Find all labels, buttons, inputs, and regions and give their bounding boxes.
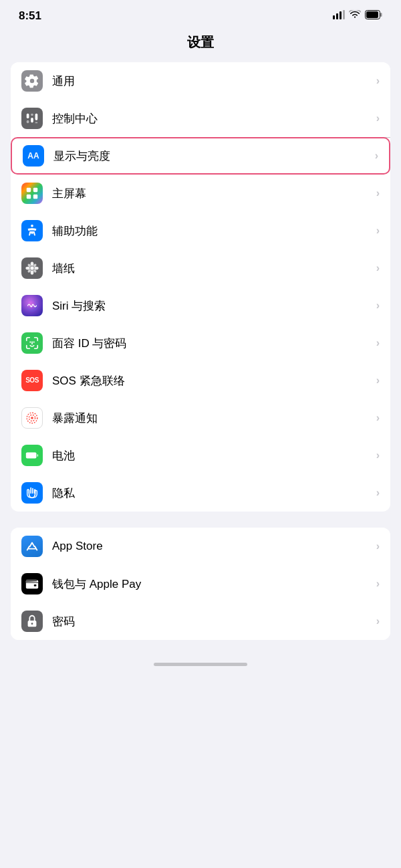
svg-rect-32 — [37, 454, 38, 457]
svg-rect-9 — [31, 114, 33, 116]
sos-label: SOS 紧急联络 — [52, 373, 376, 389]
settings-item-sos[interactable]: SOS SOS 紧急联络 › — [11, 362, 390, 399]
privacy-label: 隐私 — [52, 485, 376, 501]
faceid-label: 面容 ID 与密码 — [52, 336, 376, 351]
gear-icon — [21, 70, 43, 92]
exposure-label: 暴露通知 — [52, 411, 376, 426]
status-icons — [333, 10, 382, 22]
svg-rect-31 — [26, 452, 37, 458]
chevron-icon: › — [376, 300, 380, 312]
svg-rect-0 — [333, 15, 335, 19]
home-screen-label: 主屏幕 — [52, 186, 376, 201]
settings-section-apps: App Store › 钱包与 Apple Pay › 密码 › — [11, 528, 390, 640]
svg-rect-13 — [27, 188, 31, 192]
chevron-icon: › — [376, 75, 380, 87]
aa-icon: AA — [23, 145, 44, 167]
page-title: 设置 — [0, 28, 401, 62]
svg-point-36 — [31, 623, 33, 625]
battery-item-icon — [21, 445, 43, 466]
svg-rect-34 — [34, 584, 37, 586]
chevron-icon: › — [376, 337, 380, 349]
svg-point-19 — [31, 261, 34, 265]
faceid-icon — [21, 332, 43, 354]
settings-item-privacy[interactable]: 隐私 › — [11, 474, 390, 512]
siri-icon — [21, 295, 43, 316]
settings-item-accessibility[interactable]: 辅助功能 › — [11, 212, 390, 249]
status-bar: 8:51 — [0, 0, 401, 28]
accessibility-icon — [21, 220, 43, 241]
settings-item-display[interactable]: AA 显示与亮度 › — [11, 137, 390, 175]
svg-rect-11 — [35, 114, 38, 120]
settings-item-faceid[interactable]: 面容 ID 与密码 › — [11, 324, 390, 362]
settings-item-battery[interactable]: 电池 › — [11, 437, 390, 474]
battery-label: 电池 — [52, 448, 376, 463]
svg-rect-1 — [336, 13, 338, 19]
svg-rect-15 — [27, 195, 31, 199]
siri-label: Siri 与搜索 — [52, 298, 376, 314]
hand-icon — [21, 482, 43, 504]
svg-point-17 — [31, 225, 33, 227]
svg-rect-14 — [33, 188, 37, 192]
passwords-label: 密码 — [52, 614, 376, 629]
chevron-icon: › — [376, 615, 380, 627]
svg-rect-12 — [35, 122, 38, 124]
status-time: 8:51 — [19, 9, 41, 23]
wallet-icon — [21, 573, 43, 594]
svg-point-21 — [25, 267, 29, 270]
appstore-icon — [21, 536, 43, 557]
signal-icon — [333, 10, 345, 22]
svg-rect-16 — [33, 195, 37, 199]
chevron-icon: › — [376, 262, 380, 274]
chevron-icon: › — [376, 540, 380, 552]
settings-item-home-screen[interactable]: 主屏幕 › — [11, 175, 390, 212]
exposure-icon — [21, 407, 43, 429]
svg-rect-5 — [380, 13, 382, 17]
settings-item-siri[interactable]: Siri 与搜索 › — [11, 287, 390, 324]
settings-item-appstore[interactable]: App Store › — [11, 528, 390, 565]
chevron-icon: › — [376, 374, 380, 387]
wallpaper-label: 墙纸 — [52, 261, 376, 276]
general-label: 通用 — [52, 74, 376, 89]
flower-icon — [21, 257, 43, 279]
settings-item-general[interactable]: 通用 › — [11, 62, 390, 100]
settings-item-wallpaper[interactable]: 墙纸 › — [11, 249, 390, 287]
chevron-icon: › — [376, 487, 380, 499]
wallet-label: 钱包与 Apple Pay — [52, 576, 376, 592]
svg-point-28 — [31, 417, 33, 419]
svg-rect-10 — [31, 118, 33, 122]
settings-section-general: 通用 › 控制中心 › AA 显示与亮度 › — [11, 62, 390, 512]
battery-icon — [365, 10, 382, 22]
settings-item-exposure[interactable]: 暴露通知 › — [11, 399, 390, 437]
svg-point-22 — [34, 267, 38, 270]
settings-item-control-center[interactable]: 控制中心 › — [11, 100, 390, 137]
accessibility-label: 辅助功能 — [52, 223, 376, 239]
control-center-label: 控制中心 — [52, 111, 376, 126]
svg-rect-2 — [340, 11, 342, 19]
svg-rect-3 — [343, 10, 345, 19]
wifi-icon — [349, 10, 361, 22]
svg-rect-7 — [27, 114, 29, 118]
svg-rect-8 — [27, 120, 29, 124]
display-label: 显示与亮度 — [53, 148, 375, 164]
home-indicator — [154, 663, 247, 666]
chevron-icon: › — [376, 449, 380, 461]
chevron-icon: › — [376, 187, 380, 199]
home-indicator-area — [0, 656, 401, 679]
svg-point-18 — [30, 266, 34, 270]
chevron-icon: › — [376, 412, 380, 424]
chevron-icon: › — [376, 225, 380, 237]
svg-rect-6 — [366, 11, 378, 18]
chevron-icon: › — [375, 150, 378, 162]
chevron-icon: › — [376, 112, 380, 124]
settings-item-passwords[interactable]: 密码 › — [11, 603, 390, 640]
svg-point-20 — [31, 270, 34, 274]
grid-icon — [21, 183, 43, 204]
settings-item-wallet[interactable]: 钱包与 Apple Pay › — [11, 565, 390, 603]
password-icon — [21, 611, 43, 632]
switches-icon — [21, 108, 43, 129]
appstore-label: App Store — [52, 540, 376, 553]
sos-icon: SOS — [21, 370, 43, 391]
chevron-icon: › — [376, 578, 380, 590]
